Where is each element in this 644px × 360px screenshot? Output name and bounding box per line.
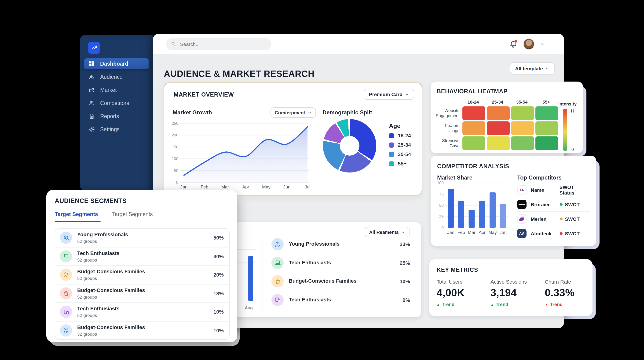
heatmap-cell[interactable] <box>511 136 534 150</box>
heatmap-cell[interactable] <box>536 106 558 120</box>
svg-text:Apr: Apr <box>479 230 486 235</box>
intensity-low: 0 <box>572 147 574 152</box>
svg-text:200: 200 <box>172 133 178 137</box>
intensity-high: H <box>571 109 574 113</box>
page-title: AUDIENCE & MARKET RESEARCH <box>164 69 314 79</box>
swot-status-dot <box>560 218 562 220</box>
competitor-row[interactable]: AA Alonteck SWOT <box>517 226 590 241</box>
segment-row[interactable]: Budget-Conscious Families 52 groups 20% <box>55 266 229 284</box>
market-overview-card: MARKET OVERVIEW Premium Card Market Grow… <box>164 83 422 196</box>
heatmap-row-label: Feature Usage <box>432 123 461 133</box>
devices-icon <box>274 296 281 303</box>
segment-row[interactable]: Tech Enthusiasts 52 groups 10% <box>55 303 229 321</box>
sidebar-item-settings[interactable]: Settings <box>84 124 149 135</box>
premium-card-dropdown[interactable]: Premium Card <box>364 89 414 100</box>
heatmap-cell[interactable] <box>487 106 510 120</box>
svg-text:150: 150 <box>172 145 178 149</box>
legend-swatch <box>389 142 394 147</box>
trend-up-icon: ▲ <box>437 303 440 306</box>
svg-text:25: 25 <box>439 215 444 219</box>
legend-item: 18-24 <box>389 133 411 138</box>
app-logo-icon[interactable] <box>88 42 100 54</box>
heatmap-cell[interactable] <box>487 121 510 135</box>
svg-text:50: 50 <box>439 203 444 208</box>
tab-target-segments-2[interactable]: Target Segments <box>112 211 153 222</box>
segment-row[interactable]: Young Professionals 33% <box>272 235 410 254</box>
segment-row[interactable]: Young Professionals 52 groups 50% <box>55 229 229 247</box>
sidebar: Dashboard Audience Market Competitors Re… <box>80 35 153 190</box>
heatmap-cell[interactable] <box>462 136 485 150</box>
segment-row[interactable]: Budget-Conscious Families 52 groups 18% <box>55 284 229 303</box>
svg-text:75: 75 <box>439 192 444 197</box>
card-title: MARKET OVERVIEW <box>174 91 234 98</box>
svg-text:Jul: Jul <box>305 185 310 189</box>
users-icon <box>88 100 95 106</box>
chevron-down-icon[interactable] <box>540 40 545 48</box>
sidebar-item-label: Reports <box>100 113 119 119</box>
segment-row[interactable]: Budget-Conscious Families 10% <box>272 272 410 291</box>
growth-filter-dropdown[interactable]: Comterpment <box>270 107 316 118</box>
market-growth-chart: 0 50 100 150 200 250 JanFebMarAprMayJunJ… <box>166 118 316 191</box>
sidebar-item-competitors[interactable]: Competitors <box>84 97 149 109</box>
svg-text:0: 0 <box>442 226 444 230</box>
market-growth-label: Market Growth <box>173 109 212 116</box>
competitors-header-icon <box>517 185 526 195</box>
chevron-down-icon <box>405 92 409 96</box>
axis-label: Aug <box>245 305 253 310</box>
heatmap-cell[interactable] <box>511 121 534 135</box>
sidebar-item-market[interactable]: Market <box>84 84 149 96</box>
competitor-analysis-card: COMPETITOR ANALYSIS Market Share 0 25 50… <box>430 156 596 246</box>
sidebar-item-label: Dashboard <box>100 61 128 67</box>
intensity-scale <box>563 109 567 151</box>
segment-row[interactable]: Tech Enthusiasts 52 groups 30% <box>55 247 229 266</box>
age-legend: Age 18-24 25-34 35-54 55+ <box>389 122 411 170</box>
broraiee-logo <box>517 200 526 209</box>
user-avatar[interactable] <box>523 39 534 50</box>
sidebar-item-audience[interactable]: Audience <box>84 71 149 83</box>
sidebar-item-label: Market <box>100 87 116 93</box>
segment-row[interactable]: Tech Enthusiasts 9% <box>272 291 410 309</box>
competitor-row[interactable]: Merien SWOT <box>517 212 590 226</box>
notification-bell-icon[interactable] <box>509 40 517 48</box>
chevron-down-icon <box>308 110 312 115</box>
svg-text:0: 0 <box>176 180 178 185</box>
segment-row[interactable]: Budget-Conscious Families 32 groups 10% <box>55 321 229 339</box>
svg-text:Jun: Jun <box>284 185 291 189</box>
card-title: COMPETITOR ANALYSIS <box>437 163 509 170</box>
search-box[interactable] <box>166 38 272 50</box>
key-metrics-card: KEY METRICS Total Users 4,00K ▲Trend Act… <box>429 259 592 316</box>
heatmap-row-label: Website Engagement <box>432 108 461 118</box>
svg-text:Mar: Mar <box>222 185 229 189</box>
chevron-down-icon <box>545 66 550 71</box>
heatmap-cell[interactable] <box>511 106 534 120</box>
heatmap-cell[interactable] <box>536 136 558 150</box>
tab-target-segments-1[interactable]: Target Segments <box>55 211 98 222</box>
svg-text:Jun: Jun <box>500 230 507 235</box>
template-filter-dropdown[interactable]: All template <box>510 62 554 75</box>
swot-status-dot <box>560 232 562 235</box>
users-icon <box>274 241 281 248</box>
segment-row[interactable]: Tech Enthusiasts 25% <box>272 254 410 272</box>
search-input[interactable] <box>179 41 267 47</box>
legend-swatch <box>389 161 394 166</box>
competitor-row[interactable]: Broraiee SWOT <box>517 197 590 212</box>
heatmap-cell[interactable] <box>462 121 485 135</box>
sidebar-item-reports[interactable]: Reports <box>84 111 149 122</box>
heatmap-cell[interactable] <box>462 106 485 120</box>
family-icon <box>62 327 70 334</box>
dashboard-app: Dashboard Audience Market Competitors Re… <box>0 0 644 360</box>
sidebar-item-label: Settings <box>100 127 120 132</box>
legend-swatch <box>389 133 394 138</box>
svg-text:Mar: Mar <box>468 230 476 235</box>
heatmap-col-header: 25-34 <box>485 99 510 105</box>
heatmap-cell[interactable] <box>487 136 510 150</box>
metric-churn-rate: Churn Rate 0.33% ▼Trend <box>545 279 574 307</box>
competitor-header-row: Name SWOT Status <box>517 183 590 197</box>
bag-icon <box>62 290 70 297</box>
merien-logo <box>517 214 526 224</box>
sidebar-item-dashboard[interactable]: Dashboard <box>84 58 149 69</box>
heatmap-cell[interactable] <box>536 121 558 135</box>
divider <box>262 241 263 311</box>
bar-aug <box>248 256 253 301</box>
alonteck-logo: AA <box>517 229 526 238</box>
